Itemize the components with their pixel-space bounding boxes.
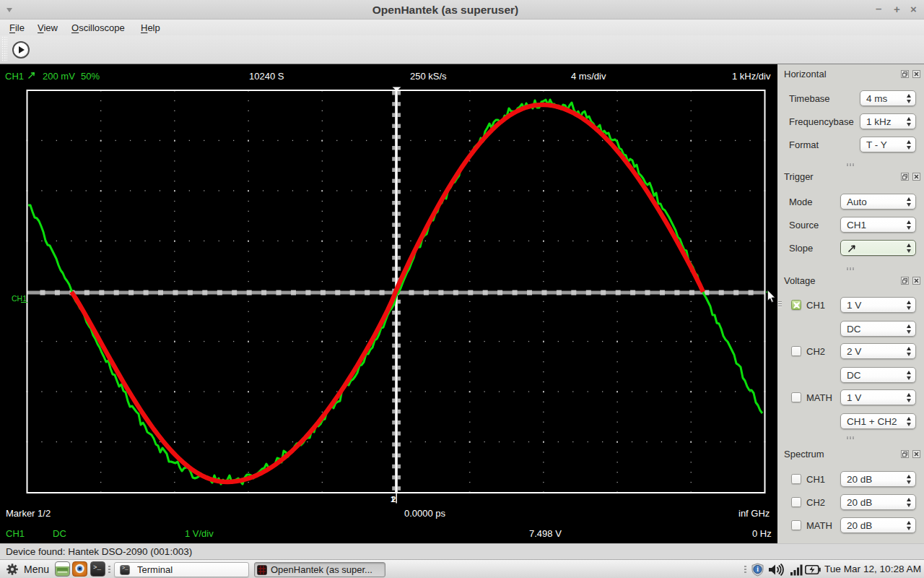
svg-text:i: i	[757, 566, 759, 573]
